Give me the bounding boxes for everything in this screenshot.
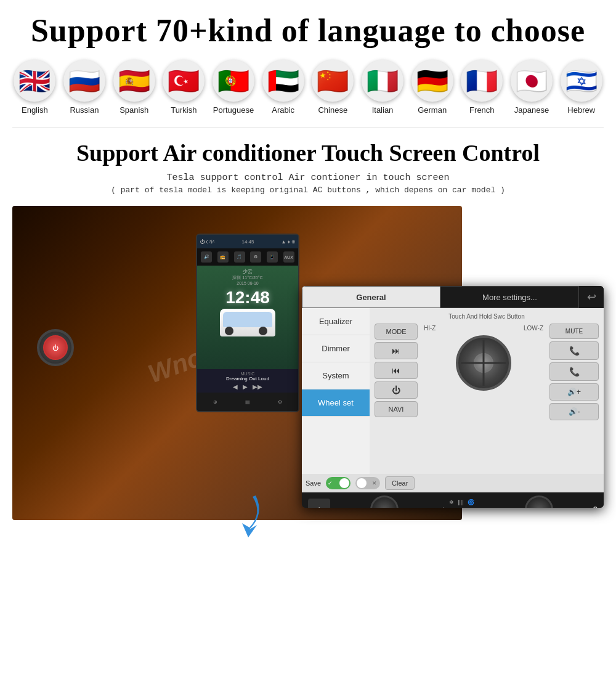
swc-label: Touch And Hold Swc Button — [375, 313, 599, 320]
arrow-down-left-icon — [219, 489, 274, 545]
flag-circle-turkish: 🇹🇷 — [163, 60, 205, 102]
mute-button[interactable]: MUTE — [549, 324, 599, 339]
dual-text: DUAL — [451, 507, 466, 508]
ac-save-row: Save Clear — [302, 474, 604, 492]
tab-more-settings[interactable]: More settings... — [440, 286, 579, 308]
hiz-label: HI-Z — [424, 325, 436, 332]
flag-item-portuguese: 🇵🇹 Portuguese — [211, 60, 256, 115]
flag-item-hebrew: 🇮🇱 Hebrew — [559, 60, 604, 115]
flag-label-hebrew: Hebrew — [567, 105, 595, 115]
ac-subtitle: Tesla support control Air contioner in t… — [12, 173, 604, 183]
flag-label-russian: Russian — [70, 105, 99, 115]
ac-section: Support Air conditioner Touch Screen Con… — [0, 128, 616, 557]
auto-text: AUTO — [469, 507, 485, 508]
ac-tabs: General More settings... ↩ — [302, 286, 604, 308]
car-composite: Wnob ⏻ ⏻ ☾ ❄ 14:45 ▲ ♦ ⊕ 🔊 📻 🎵 — [12, 206, 604, 551]
flag-label-portuguese: Portuguese — [213, 105, 254, 115]
ac-sidebar: EqualizerDimmerSystemWheel set — [302, 308, 370, 474]
clear-button[interactable]: Clear — [385, 476, 415, 490]
ac-text: A/C — [438, 507, 447, 508]
flag-label-turkish: Turkish — [171, 105, 197, 115]
flag-circle-italian: 🇮🇹 — [362, 60, 403, 102]
flag-item-russian: 🇷🇺 Russian — [62, 60, 107, 115]
ac-back-button[interactable]: ↩ — [579, 286, 604, 308]
ac-title: Support Air conditioner Touch Screen Con… — [12, 139, 604, 166]
ac-right-buttons: MUTE 📞 📞 🔊+ 🔊- — [549, 324, 599, 420]
ac-footer: ⌂ ❄ |||| 🌀 A/C DUAL AUTO OFF — [302, 492, 604, 508]
mode-button[interactable]: MODE — [375, 324, 418, 340]
tesla-screen: ⏻ ☾ ❄ 14:45 ▲ ♦ ⊕ 🔊 📻 🎵 ⚙ 📱 AUX 少云 — [196, 234, 299, 412]
flag-label-chinese: Chinese — [318, 105, 347, 115]
lowz-label: LOW-Z — [524, 325, 543, 332]
flag-label-spanish: Spanish — [120, 105, 148, 115]
flag-item-french: 🇫🇷 French — [460, 60, 505, 115]
ac-main-area: Touch And Hold Swc Button MODE ⏭ ⏮ ⏻ NAV… — [370, 308, 604, 474]
flag-circle-german: 🇩🇪 — [411, 60, 453, 102]
home-button[interactable]: ⌂ — [308, 499, 330, 508]
flag-label-italian: Italian — [372, 105, 394, 115]
flag-circle-portuguese: 🇵🇹 — [213, 60, 254, 102]
flag-label-french: French — [469, 105, 494, 115]
sidebar-item-equalizer[interactable]: Equalizer — [302, 308, 370, 335]
flag-circle-russian: 🇷🇺 — [63, 60, 105, 102]
flag-item-english: 🇬🇧 English — [12, 60, 57, 115]
flag-item-italian: 🇮🇹 Italian — [360, 60, 405, 115]
ac-panel: General More settings... ↩ EqualizerDimm… — [302, 286, 604, 508]
save-toggle-off[interactable] — [355, 477, 380, 489]
flag-label-japanese: Japanese — [514, 105, 549, 115]
flag-circle-french: 🇫🇷 — [461, 60, 503, 102]
footer-number: 8 — [593, 505, 598, 508]
tab-general[interactable]: General — [302, 286, 440, 308]
ac-subtitle2: ( part of tesla model is keeping origina… — [12, 185, 604, 195]
ac-body: EqualizerDimmerSystemWheel set Touch And… — [302, 308, 604, 474]
save-toggle-on[interactable] — [326, 477, 351, 489]
flag-item-chinese: 🇨🇳 Chinese — [310, 60, 355, 115]
navi-button[interactable]: NAVI — [375, 401, 418, 417]
tesla-music: MUSIC Dreaming Out Loud ◀ ▶ ▶▶ — [197, 369, 298, 393]
language-title: Support 70+kind of language to choose — [12, 12, 604, 49]
flag-label-english: English — [22, 105, 48, 115]
flags-row: 🇬🇧 English 🇷🇺 Russian 🇪🇸 Spanish 🇹🇷 Turk… — [12, 60, 604, 115]
knob-right[interactable] — [525, 495, 553, 508]
flag-circle-english: 🇬🇧 — [14, 60, 55, 102]
sidebar-item-wheel-set[interactable]: Wheel set — [302, 389, 370, 417]
flag-item-japanese: 🇯🇵 Japanese — [509, 60, 554, 115]
sidebar-item-dimmer[interactable]: Dimmer — [302, 335, 370, 362]
flag-circle-spanish: 🇪🇸 — [113, 60, 155, 102]
flag-circle-chinese: 🇨🇳 — [312, 60, 354, 102]
flag-circle-arabic: 🇦🇪 — [262, 60, 304, 102]
flag-circle-hebrew: 🇮🇱 — [561, 60, 602, 102]
flag-item-german: 🇩🇪 German — [410, 60, 455, 115]
language-section: Support 70+kind of language to choose 🇬🇧… — [0, 0, 616, 127]
flag-item-arabic: 🇦🇪 Arabic — [261, 60, 306, 115]
flag-label-arabic: Arabic — [272, 105, 294, 115]
flag-circle-japanese: 🇯🇵 — [511, 60, 553, 102]
flag-label-german: German — [418, 105, 447, 115]
flag-item-turkish: 🇹🇷 Turkish — [161, 60, 206, 115]
save-label[interactable]: Save — [306, 479, 321, 487]
flag-item-spanish: 🇪🇸 Spanish — [111, 60, 156, 115]
knob-left[interactable] — [370, 495, 399, 508]
sidebar-item-system[interactable]: System — [302, 362, 370, 389]
